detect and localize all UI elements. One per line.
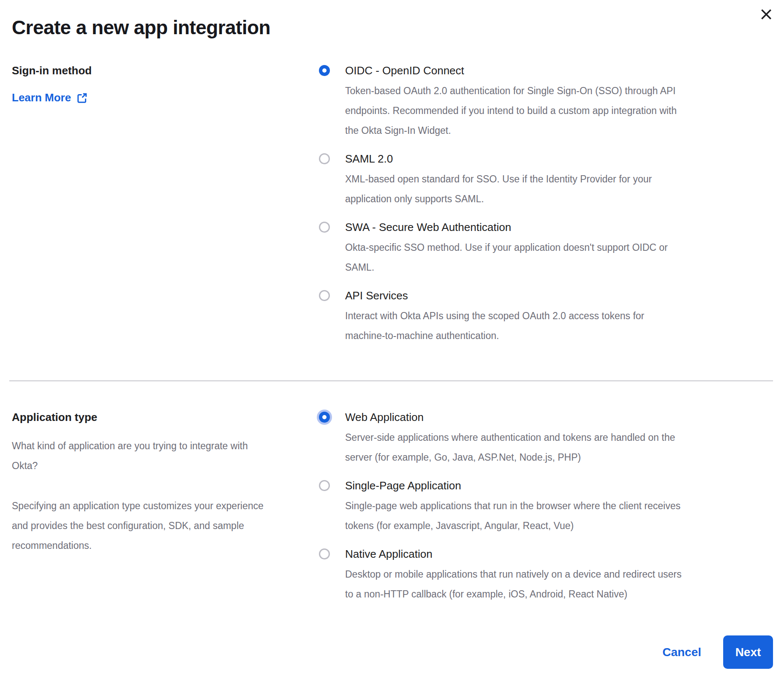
- radio-option-label[interactable]: OIDC - OpenID Connect: [345, 63, 683, 78]
- radio-option-label[interactable]: Native Application: [345, 547, 683, 561]
- close-icon: [760, 8, 773, 21]
- radio-button-web-application[interactable]: [319, 412, 330, 423]
- radio-option-label[interactable]: API Services: [345, 288, 683, 303]
- sign-in-method-section: Sign-in method Learn More OIDC - OpenID …: [0, 63, 784, 346]
- close-button[interactable]: [757, 5, 776, 24]
- radio-option-body: API Services Interact with Okta APIs usi…: [345, 288, 683, 346]
- radio-option-label[interactable]: SAML 2.0: [345, 152, 683, 166]
- radio-option-oidc[interactable]: OIDC - OpenID Connect Token-based OAuth …: [319, 63, 773, 141]
- radio-option-description: Okta-specific SSO method. Use if your ap…: [345, 238, 683, 277]
- radio-button-oidc[interactable]: [319, 65, 330, 76]
- radio-button-saml[interactable]: [319, 153, 330, 164]
- radio-button-api-services[interactable]: [319, 290, 330, 301]
- radio-option-description: Interact with Okta APIs using the scoped…: [345, 306, 683, 346]
- section-divider: [9, 380, 773, 381]
- radio-option-body: SWA - Secure Web Authentication Okta-spe…: [345, 220, 683, 277]
- radio-option-label[interactable]: Single-Page Application: [345, 478, 683, 493]
- radio-option-description: XML-based open standard for SSO. Use if …: [345, 169, 683, 209]
- dialog-title: Create a new app integration: [12, 15, 772, 40]
- radio-option-label[interactable]: SWA - Secure Web Authentication: [345, 220, 683, 234]
- application-type-options: Web Application Server-side applications…: [319, 410, 773, 604]
- next-button[interactable]: Next: [723, 635, 773, 669]
- learn-more-link[interactable]: Learn More: [12, 91, 88, 104]
- application-type-left-column: Application type What kind of applicatio…: [12, 410, 319, 604]
- radio-option-single-page-application[interactable]: Single-Page Application Single-page web …: [319, 478, 773, 536]
- sign-in-method-left-column: Sign-in method Learn More: [12, 63, 319, 346]
- external-link-icon: [76, 92, 88, 104]
- radio-option-description: Single-page web applications that run in…: [345, 496, 683, 536]
- radio-option-api-services[interactable]: API Services Interact with Okta APIs usi…: [319, 288, 773, 346]
- radio-option-body: Native Application Desktop or mobile app…: [345, 547, 683, 604]
- learn-more-label: Learn More: [12, 91, 71, 104]
- radio-option-saml[interactable]: SAML 2.0 XML-based open standard for SSO…: [319, 152, 773, 209]
- radio-option-swa[interactable]: SWA - Secure Web Authentication Okta-spe…: [319, 220, 773, 277]
- application-type-description-1: What kind of application are you trying …: [12, 436, 265, 476]
- radio-option-body: SAML 2.0 XML-based open standard for SSO…: [345, 152, 683, 209]
- radio-button-native-application[interactable]: [319, 548, 330, 559]
- application-type-section: Application type What kind of applicatio…: [0, 410, 784, 604]
- radio-option-description: Desktop or mobile applications that run …: [345, 565, 683, 604]
- sign-in-method-options: OIDC - OpenID Connect Token-based OAuth …: [319, 63, 773, 346]
- radio-option-body: OIDC - OpenID Connect Token-based OAuth …: [345, 63, 683, 141]
- application-type-label: Application type: [12, 410, 319, 424]
- radio-option-description: Server-side applications where authentic…: [345, 428, 683, 467]
- sign-in-method-label: Sign-in method: [12, 63, 319, 78]
- dialog-footer: Cancel Next: [0, 635, 784, 669]
- radio-option-web-application[interactable]: Web Application Server-side applications…: [319, 410, 773, 467]
- radio-option-description: Token-based OAuth 2.0 authentication for…: [345, 81, 683, 141]
- radio-option-body: Single-Page Application Single-page web …: [345, 478, 683, 536]
- radio-button-single-page-application[interactable]: [319, 480, 330, 491]
- radio-button-swa[interactable]: [319, 222, 330, 233]
- radio-option-body: Web Application Server-side applications…: [345, 410, 683, 467]
- application-type-description-2: Specifying an application type customize…: [12, 496, 265, 556]
- radio-option-native-application[interactable]: Native Application Desktop or mobile app…: [319, 547, 773, 604]
- radio-option-label[interactable]: Web Application: [345, 410, 683, 424]
- cancel-button[interactable]: Cancel: [662, 646, 701, 659]
